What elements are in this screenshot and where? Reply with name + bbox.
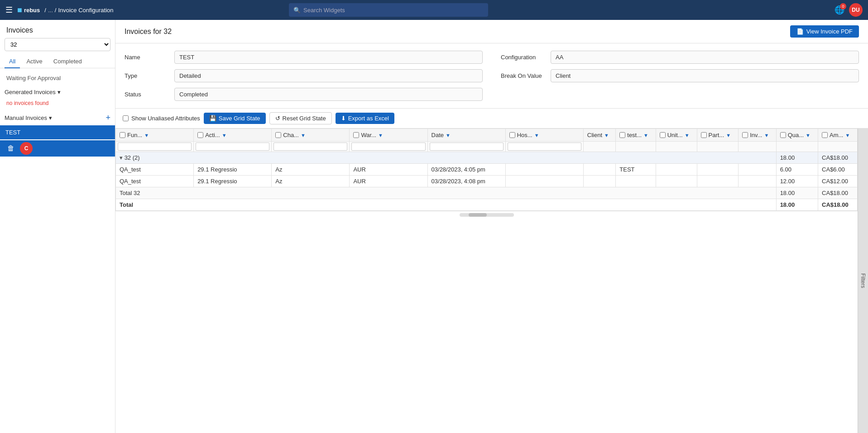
col-client-filter[interactable]: ▼ bbox=[604, 133, 609, 138]
cell-charge-0: Az bbox=[272, 164, 350, 176]
type-input[interactable] bbox=[174, 69, 483, 82]
break-on-value-input[interactable] bbox=[551, 69, 859, 82]
status-input[interactable] bbox=[174, 88, 483, 101]
sidebar-item-test[interactable]: TEST bbox=[0, 125, 115, 139]
col-activity-label: Acti... bbox=[205, 132, 220, 138]
manual-invoices-header[interactable]: Manual Invoices ▾ + bbox=[0, 111, 115, 124]
col-quantity: Qua... ▼ bbox=[776, 129, 818, 142]
total-quantity: 18.00 bbox=[776, 187, 818, 199]
cell-inv-0 bbox=[739, 164, 776, 176]
col-inv-filter[interactable]: ▼ bbox=[764, 133, 769, 138]
group-label-text: 32 (2) bbox=[125, 154, 140, 161]
col-host-filter[interactable]: ▼ bbox=[534, 133, 539, 138]
menu-icon[interactable]: ☰ bbox=[5, 5, 13, 15]
col-quantity-checkbox[interactable] bbox=[780, 132, 786, 138]
cell-amount-0: CA$6.00 bbox=[818, 164, 858, 176]
invoice-select[interactable]: 32 bbox=[5, 38, 110, 51]
scrollbar-thumb[interactable] bbox=[469, 213, 487, 217]
breadcrumb-ellipsis[interactable]: ... bbox=[48, 7, 53, 14]
filter-warrant[interactable] bbox=[351, 143, 425, 151]
col-test-filter[interactable]: ▼ bbox=[643, 133, 648, 138]
filters-sidebar[interactable]: Filters bbox=[858, 128, 868, 433]
reset-grid-label: Reset Grid State bbox=[283, 115, 326, 122]
group-expand-icon[interactable]: ▾ bbox=[120, 154, 123, 161]
col-fund-label: Fun... bbox=[127, 132, 142, 138]
name-row: Name bbox=[125, 51, 483, 64]
grid-container[interactable]: Fun... ▼ Acti... ▼ bbox=[115, 128, 858, 433]
name-input[interactable] bbox=[174, 51, 483, 64]
group-label: ▾ 32 (2) bbox=[116, 152, 777, 164]
col-warrant: War... ▼ bbox=[350, 129, 427, 142]
col-activity-filter[interactable]: ▼ bbox=[222, 133, 227, 138]
grid-table: Fun... ▼ Acti... ▼ bbox=[115, 128, 858, 211]
col-date-filter[interactable]: ▼ bbox=[446, 133, 451, 138]
col-part-checkbox[interactable] bbox=[701, 132, 707, 138]
cell-client-0 bbox=[583, 164, 615, 176]
notification-badge: 0 bbox=[840, 3, 846, 10]
reset-grid-state-button[interactable]: ↺ Reset Grid State bbox=[269, 112, 332, 124]
table-row: QA_test 29.1 Regressio Az AUR 03/28/2023… bbox=[116, 164, 858, 176]
col-inv-checkbox[interactable] bbox=[742, 132, 748, 138]
show-unaliased-checkbox[interactable] bbox=[123, 115, 129, 121]
col-host-checkbox[interactable] bbox=[509, 132, 515, 138]
avatar[interactable]: DU bbox=[849, 3, 863, 17]
cell-client-1 bbox=[583, 176, 615, 187]
cell-unit-0 bbox=[656, 164, 697, 176]
reset-icon: ↺ bbox=[275, 115, 280, 122]
col-charge-checkbox[interactable] bbox=[275, 132, 281, 138]
filter-charge[interactable] bbox=[273, 143, 347, 151]
tab-all[interactable]: All bbox=[5, 55, 20, 68]
col-warrant-checkbox[interactable] bbox=[353, 132, 359, 138]
filter-fund[interactable] bbox=[118, 143, 192, 151]
manual-invoices-label: Manual Invoices bbox=[5, 114, 47, 121]
cell-charge-1: Az bbox=[272, 176, 350, 187]
copy-invoice-button[interactable]: C bbox=[20, 142, 33, 155]
generated-invoices-label: Generated Invoices bbox=[5, 89, 56, 95]
logo-icon: ■ bbox=[17, 5, 22, 15]
col-charge-filter[interactable]: ▼ bbox=[301, 133, 306, 138]
col-fund: Fun... ▼ bbox=[116, 129, 194, 142]
cell-fund-1: QA_test bbox=[116, 176, 194, 187]
col-fund-filter[interactable]: ▼ bbox=[144, 133, 149, 138]
chevron-down-icon2: ▾ bbox=[49, 114, 52, 121]
col-warrant-filter[interactable]: ▼ bbox=[378, 133, 383, 138]
configuration-input[interactable] bbox=[551, 51, 859, 64]
cell-date-1: 03/28/2023, 4:08 pm bbox=[427, 176, 505, 187]
notification-button[interactable]: 🌐 0 bbox=[834, 5, 844, 15]
filter-host[interactable] bbox=[508, 143, 581, 151]
col-amount-filter[interactable]: ▼ bbox=[845, 133, 850, 138]
col-test-checkbox[interactable] bbox=[619, 132, 625, 138]
col-unit-label: Unit... bbox=[667, 132, 683, 138]
form-grid: Name Configuration Type Break On Value S… bbox=[125, 51, 859, 101]
col-activity-checkbox[interactable] bbox=[197, 132, 203, 138]
col-unit-filter[interactable]: ▼ bbox=[685, 133, 690, 138]
view-invoice-pdf-button[interactable]: 📄 View Invoice PDF bbox=[790, 25, 859, 38]
col-warrant-label: War... bbox=[361, 132, 376, 138]
show-unaliased-text: Show Unaliased Attributes bbox=[131, 115, 200, 122]
col-quantity-filter[interactable]: ▼ bbox=[806, 133, 810, 138]
col-unit-checkbox[interactable] bbox=[660, 132, 666, 138]
tab-completed[interactable]: Completed bbox=[49, 55, 86, 68]
show-unaliased-label[interactable]: Show Unaliased Attributes bbox=[123, 115, 200, 122]
grand-total-row: Total 18.00 CA$18.00 bbox=[116, 199, 858, 211]
chevron-down-icon: ▾ bbox=[58, 89, 61, 95]
filter-date[interactable] bbox=[430, 143, 504, 151]
filter-activity[interactable] bbox=[196, 143, 269, 151]
cell-warrant-1: AUR bbox=[350, 176, 427, 187]
search-input[interactable] bbox=[303, 7, 484, 14]
delete-invoice-button[interactable]: 🗑 bbox=[5, 142, 17, 155]
col-amount-checkbox[interactable] bbox=[822, 132, 828, 138]
configuration-label: Configuration bbox=[501, 54, 546, 61]
scrollbar-track bbox=[460, 213, 514, 217]
save-grid-label: Save Grid State bbox=[219, 115, 260, 122]
save-grid-state-button[interactable]: 💾 Save Grid State bbox=[204, 113, 266, 124]
col-part-filter[interactable]: ▼ bbox=[726, 133, 731, 138]
add-manual-invoice-button[interactable]: + bbox=[106, 114, 110, 122]
generated-invoices-header[interactable]: Generated Invoices ▾ bbox=[0, 86, 115, 98]
col-fund-checkbox[interactable] bbox=[120, 132, 125, 138]
export-excel-button[interactable]: ⬇ Export as Excel bbox=[336, 113, 394, 124]
cell-host-0 bbox=[505, 164, 583, 176]
breadcrumb-sep: / bbox=[44, 7, 46, 14]
break-on-value-label: Break On Value bbox=[501, 72, 546, 79]
tab-active[interactable]: Active bbox=[22, 55, 47, 68]
